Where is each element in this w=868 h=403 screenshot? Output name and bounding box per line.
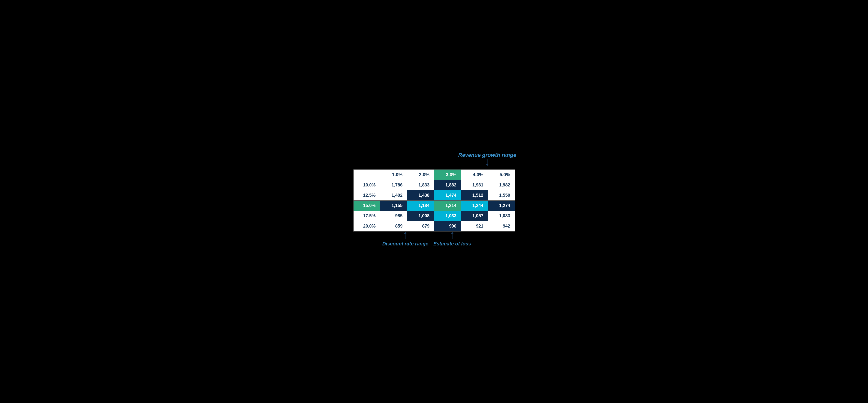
cell-r3-c2: 1,184 bbox=[407, 200, 434, 211]
cell-r5-c3: 900 bbox=[434, 221, 461, 232]
header-col2: 2.0% bbox=[407, 169, 434, 180]
discount-rate-label: Discount rate range bbox=[382, 241, 429, 247]
cell-r1-c3: 1,882 bbox=[434, 180, 461, 190]
cell-r4-c3: 1,033 bbox=[434, 211, 461, 221]
cell-r2-c5: 1,550 bbox=[488, 190, 515, 200]
table-row: 17.5% 985 1,008 1,033 1,057 1,083 bbox=[353, 211, 515, 221]
cell-r3-c5: 1,274 bbox=[488, 200, 515, 211]
sensitivity-table: 1.0% 2.0% 3.0% 4.0% 5.0% 10.0% 1,786 1,8… bbox=[353, 169, 515, 232]
header-col3: 3.0% bbox=[434, 169, 461, 180]
discount-arrow-head bbox=[404, 232, 407, 234]
cell-r1-c4: 1,931 bbox=[461, 180, 488, 190]
cell-r5-c4: 921 bbox=[461, 221, 488, 232]
cell-r1-c2: 1,833 bbox=[407, 180, 434, 190]
cell-r3-c1: 1,155 bbox=[380, 200, 407, 211]
cell-r2-c2: 1,438 bbox=[407, 190, 434, 200]
estimate-arrow-line bbox=[452, 234, 453, 239]
cell-r3-c4: 1,244 bbox=[461, 200, 488, 211]
cell-r2-c4: 1,512 bbox=[461, 190, 488, 200]
cell-r2-c3: 1,474 bbox=[434, 190, 461, 200]
header-col1: 1.0% bbox=[380, 169, 407, 180]
cell-r1-c1: 1,786 bbox=[380, 180, 407, 190]
header-col5: 5.0% bbox=[488, 169, 515, 180]
cell-r4-c2: 1,008 bbox=[407, 211, 434, 221]
discount-arrow-line bbox=[405, 234, 405, 239]
estimate-loss-annotation: Estimate of loss bbox=[433, 232, 471, 247]
table-row: 20.0% 859 879 900 921 942 bbox=[353, 221, 515, 232]
revenue-growth-annotation: Revenue growth range bbox=[458, 152, 517, 166]
estimate-loss-label: Estimate of loss bbox=[433, 241, 471, 247]
cell-r3-c3: 1,214 bbox=[434, 200, 461, 211]
row-label: 10.0% bbox=[353, 180, 380, 190]
row-label: 12.5% bbox=[353, 190, 380, 200]
table-row: 15.0% 1,155 1,184 1,214 1,244 1,274 bbox=[353, 200, 515, 211]
row-label-highlighted: 15.0% bbox=[353, 200, 380, 211]
cell-r4-c1: 985 bbox=[380, 211, 407, 221]
cell-r4-c4: 1,057 bbox=[461, 211, 488, 221]
cell-r4-c5: 1,083 bbox=[488, 211, 515, 221]
header-empty-cell bbox=[353, 169, 380, 180]
cell-r5-c1: 859 bbox=[380, 221, 407, 232]
table-row: 12.5% 1,402 1,438 1,474 1,512 1,550 bbox=[353, 190, 515, 200]
row-label: 17.5% bbox=[353, 211, 380, 221]
discount-rate-annotation: Discount rate range bbox=[382, 232, 429, 247]
bottom-annotation-area: Discount rate range Estimate of loss bbox=[353, 232, 515, 251]
estimate-arrow-head bbox=[451, 232, 454, 234]
top-annotation-area: Revenue growth range bbox=[353, 152, 515, 169]
cell-r1-c5: 1,982 bbox=[488, 180, 515, 190]
cell-r5-c5: 942 bbox=[488, 221, 515, 232]
cell-r5-c2: 879 bbox=[407, 221, 434, 232]
main-container: Revenue growth range 1.0% 2.0% 3.0% 4.0%… bbox=[348, 147, 520, 256]
header-col4: 4.0% bbox=[461, 169, 488, 180]
revenue-arrow-line bbox=[487, 159, 488, 164]
revenue-growth-label: Revenue growth range bbox=[458, 152, 517, 158]
row-label: 20.0% bbox=[353, 221, 380, 232]
cell-r2-c1: 1,402 bbox=[380, 190, 407, 200]
revenue-arrow-head bbox=[486, 164, 489, 166]
table-row: 10.0% 1,786 1,833 1,882 1,931 1,982 bbox=[353, 180, 515, 190]
table-header-row: 1.0% 2.0% 3.0% 4.0% 5.0% bbox=[353, 169, 515, 180]
